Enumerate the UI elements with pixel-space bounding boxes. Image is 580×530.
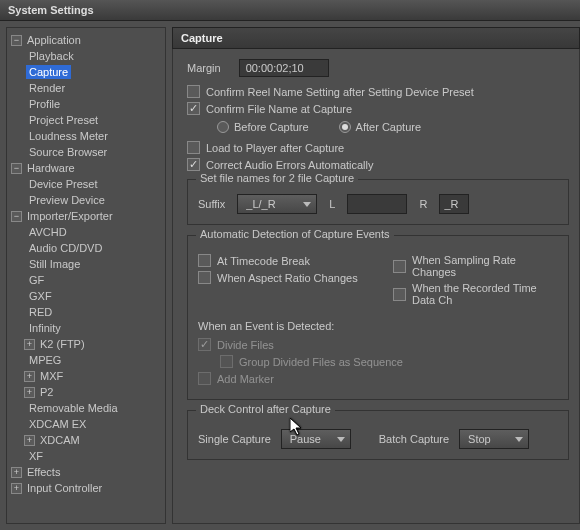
- tree-item-avchd[interactable]: AVCHD: [7, 224, 165, 240]
- checkbox-icon: [187, 141, 200, 154]
- suffix-dropdown[interactable]: _L/_R: [237, 194, 317, 214]
- tree-item-label: MPEG: [26, 353, 64, 367]
- tree-item-removable-media[interactable]: Removable Media: [7, 400, 165, 416]
- radio-label: After Capture: [356, 121, 421, 133]
- checkbox-icon: [393, 288, 406, 301]
- tree-item-k2-ftp-[interactable]: +K2 (FTP): [7, 336, 165, 352]
- expand-icon[interactable]: +: [24, 435, 35, 446]
- tree-item-label: XF: [26, 449, 46, 463]
- tree-effects[interactable]: +Effects: [7, 464, 165, 480]
- tree-item-xdcam-ex[interactable]: XDCAM EX: [7, 416, 165, 432]
- dropdown-value: _L/_R: [246, 198, 275, 210]
- correct-audio-checkbox[interactable]: Correct Audio Errors Automatically: [187, 158, 569, 171]
- load-to-player-checkbox[interactable]: Load to Player after Capture: [187, 141, 569, 154]
- batch-capture-dropdown[interactable]: Stop: [459, 429, 529, 449]
- tree-item-mxf[interactable]: +MXF: [7, 368, 165, 384]
- tree-item-gf[interactable]: GF: [7, 272, 165, 288]
- tree-item-red[interactable]: RED: [7, 304, 165, 320]
- margin-label: Margin: [187, 62, 221, 74]
- l-field[interactable]: [347, 194, 407, 214]
- field-value: _R: [444, 198, 458, 210]
- tree-item-label: Project Preset: [26, 113, 101, 127]
- group-sequence-checkbox: Group Divided Files as Sequence: [220, 355, 558, 368]
- tree-item-label: AVCHD: [26, 225, 70, 239]
- tree-item-gxf[interactable]: GXF: [7, 288, 165, 304]
- checkbox-label: When Aspect Ratio Changes: [217, 272, 358, 284]
- checkbox-label: At Timecode Break: [217, 255, 310, 267]
- checkbox-label: Confirm Reel Name Setting after Setting …: [206, 86, 474, 98]
- checkbox-icon: [187, 158, 200, 171]
- tree-hardware[interactable]: −Hardware: [7, 160, 165, 176]
- collapse-icon[interactable]: −: [11, 35, 22, 46]
- r-label: R: [419, 198, 427, 210]
- event-detected-label: When an Event is Detected:: [198, 320, 558, 332]
- tree-item-label: Playback: [26, 49, 77, 63]
- tree-item-label: Effects: [24, 465, 63, 479]
- tree-item-render[interactable]: Render: [7, 80, 165, 96]
- checkbox-icon: [220, 355, 233, 368]
- tree-item-playback[interactable]: Playback: [7, 48, 165, 64]
- aspect-ratio-checkbox[interactable]: When Aspect Ratio Changes: [198, 271, 363, 284]
- tree-item-profile[interactable]: Profile: [7, 96, 165, 112]
- expand-icon[interactable]: +: [24, 339, 35, 350]
- tree-item-label: K2 (FTP): [37, 337, 88, 351]
- l-label: L: [329, 198, 335, 210]
- tree-item-xdcam[interactable]: +XDCAM: [7, 432, 165, 448]
- dropdown-value: Stop: [468, 433, 491, 445]
- tree-item-xf[interactable]: XF: [7, 448, 165, 464]
- tree-importer-exporter[interactable]: −Importer/Exporter: [7, 208, 165, 224]
- checkbox-icon: [187, 85, 200, 98]
- checkbox-label: Divide Files: [217, 339, 274, 351]
- tree-item-label: GF: [26, 273, 47, 287]
- tree-item-project-preset[interactable]: Project Preset: [7, 112, 165, 128]
- tree-item-preview-device[interactable]: Preview Device: [7, 192, 165, 208]
- tree-item-label: Source Browser: [26, 145, 110, 159]
- expand-icon[interactable]: +: [24, 371, 35, 382]
- single-capture-dropdown[interactable]: Pause: [281, 429, 351, 449]
- tree-item-label: Capture: [26, 65, 71, 79]
- tree-item-capture[interactable]: Capture: [7, 64, 165, 80]
- tree-item-loudness-meter[interactable]: Loudness Meter: [7, 128, 165, 144]
- tree-item-label: RED: [26, 305, 55, 319]
- radio-icon: [339, 121, 351, 133]
- recorded-time-checkbox[interactable]: When the Recorded Time Data Ch: [393, 282, 558, 306]
- tree-item-source-browser[interactable]: Source Browser: [7, 144, 165, 160]
- settings-tree: −ApplicationPlaybackCaptureRenderProfile…: [6, 27, 166, 524]
- tree-item-label: Device Preset: [26, 177, 100, 191]
- tree-item-label: XDCAM: [37, 433, 83, 447]
- r-field[interactable]: _R: [439, 194, 469, 214]
- tree-item-label: Audio CD/DVD: [26, 241, 105, 255]
- divide-files-checkbox: Divide Files: [198, 338, 558, 351]
- before-capture-radio[interactable]: Before Capture: [217, 121, 309, 133]
- window-title: System Settings: [0, 0, 580, 21]
- radio-icon: [217, 121, 229, 133]
- tree-item-mpeg[interactable]: MPEG: [7, 352, 165, 368]
- expand-icon[interactable]: +: [24, 387, 35, 398]
- tree-item-label: Hardware: [24, 161, 78, 175]
- checkbox-icon: [393, 260, 406, 273]
- checkbox-label: Confirm File Name at Capture: [206, 103, 352, 115]
- dropdown-value: Pause: [290, 433, 321, 445]
- tree-application[interactable]: −Application: [7, 32, 165, 48]
- collapse-icon[interactable]: −: [11, 163, 22, 174]
- checkbox-label: When Sampling Rate Changes: [412, 254, 558, 278]
- confirm-filename-checkbox[interactable]: Confirm File Name at Capture: [187, 102, 569, 115]
- group-title-autodetect: Automatic Detection of Capture Events: [196, 228, 394, 240]
- confirm-reel-checkbox[interactable]: Confirm Reel Name Setting after Setting …: [187, 85, 569, 98]
- tree-item-audio-cd-dvd[interactable]: Audio CD/DVD: [7, 240, 165, 256]
- timecode-break-checkbox[interactable]: At Timecode Break: [198, 254, 363, 267]
- tree-item-infinity[interactable]: Infinity: [7, 320, 165, 336]
- expand-icon[interactable]: +: [11, 483, 22, 494]
- collapse-icon[interactable]: −: [11, 211, 22, 222]
- sampling-rate-checkbox[interactable]: When Sampling Rate Changes: [393, 254, 558, 278]
- tree-input-controller[interactable]: +Input Controller: [7, 480, 165, 496]
- tree-item-p2[interactable]: +P2: [7, 384, 165, 400]
- expand-icon[interactable]: +: [11, 467, 22, 478]
- tree-item-label: Removable Media: [26, 401, 121, 415]
- tree-item-still-image[interactable]: Still Image: [7, 256, 165, 272]
- tree-item-label: Render: [26, 81, 68, 95]
- checkbox-label: Correct Audio Errors Automatically: [206, 159, 374, 171]
- tree-item-device-preset[interactable]: Device Preset: [7, 176, 165, 192]
- after-capture-radio[interactable]: After Capture: [339, 121, 421, 133]
- margin-field[interactable]: 00:00:02;10: [239, 59, 329, 77]
